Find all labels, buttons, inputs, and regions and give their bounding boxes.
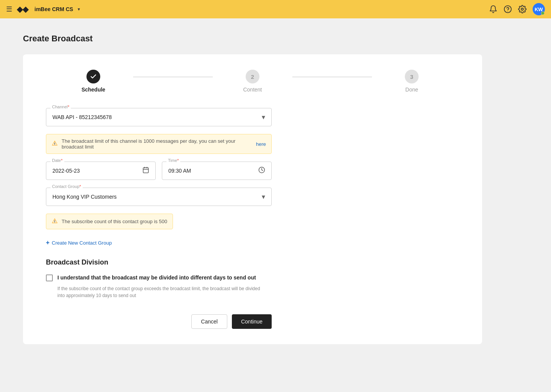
time-field-group: Time 09:30 AM bbox=[162, 162, 272, 180]
broadcast-division-section: Broadcast Division I understand that the… bbox=[46, 258, 272, 299]
plus-icon: + bbox=[46, 239, 49, 246]
logo: ◆◆ bbox=[17, 5, 28, 14]
step-3-label: Done bbox=[405, 87, 418, 93]
app-dropdown-icon[interactable]: ▾ bbox=[78, 7, 80, 12]
channel-warning-banner: The broadcast limit of this channel is 1… bbox=[46, 134, 272, 154]
contact-group-info-text: The subscribe count of this contact grou… bbox=[62, 219, 167, 224]
contact-group-value: Hong Kong VIP Customers bbox=[52, 194, 262, 200]
contact-group-field-group: Contact Group Hong Kong VIP Customers ▾ bbox=[46, 188, 272, 206]
contact-group-select-wrap[interactable]: Hong Kong VIP Customers ▾ bbox=[46, 188, 272, 206]
channel-label: Channel bbox=[51, 105, 71, 109]
svg-point-2 bbox=[521, 8, 523, 10]
create-new-label: Create New Contact Group bbox=[52, 240, 112, 246]
contact-group-info-banner: The subscribe count of this contact grou… bbox=[46, 214, 173, 229]
time-label: Time bbox=[166, 158, 180, 163]
contact-group-dropdown-arrow-icon: ▾ bbox=[262, 193, 265, 201]
svg-rect-11 bbox=[54, 222, 55, 222]
main-content: Create Broadcast Schedule 2 Content bbox=[0, 18, 551, 392]
cancel-button[interactable]: Cancel bbox=[191, 314, 227, 329]
logo-diamonds-icon: ◆◆ bbox=[17, 5, 28, 14]
channel-warning-link[interactable]: here bbox=[256, 141, 266, 147]
date-input-wrap[interactable]: 2022-05-23 bbox=[46, 162, 156, 180]
form-card: Schedule 2 Content 3 Done bbox=[23, 54, 482, 344]
broadcast-division-checkbox[interactable] bbox=[46, 274, 53, 281]
svg-rect-5 bbox=[143, 168, 148, 173]
broadcast-division-checkbox-label: I understand that the broadcast may be d… bbox=[57, 274, 256, 281]
channel-select-wrap[interactable]: WAB API - 85212345678 ▾ bbox=[46, 108, 272, 126]
settings-icon[interactable] bbox=[518, 5, 527, 13]
date-value: 2022-05-23 bbox=[52, 168, 142, 174]
broadcast-division-checkbox-row: I understand that the broadcast may be d… bbox=[46, 274, 272, 281]
step-2-circle: 2 bbox=[246, 70, 259, 83]
menu-icon[interactable]: ☰ bbox=[6, 5, 12, 13]
channel-field-group: Channel WAB API - 85212345678 ▾ bbox=[46, 108, 272, 126]
broadcast-division-checkbox-content: I understand that the broadcast may be d… bbox=[57, 274, 256, 281]
continue-button[interactable]: Continue bbox=[232, 314, 272, 329]
avatar-online-dot bbox=[541, 11, 544, 15]
svg-rect-4 bbox=[54, 144, 55, 145]
step-1-label: Schedule bbox=[82, 87, 105, 93]
step-line-1 bbox=[133, 77, 213, 77]
stepper: Schedule 2 Content 3 Done bbox=[46, 70, 459, 93]
broadcast-division-checkbox-desc: If the subscribe count of the contact gr… bbox=[57, 285, 264, 299]
avatar-initials: KW bbox=[535, 7, 543, 12]
step-done: 3 Done bbox=[372, 70, 452, 93]
contact-group-info-icon bbox=[52, 218, 58, 225]
date-time-row: Date 2022-05-23 bbox=[46, 162, 272, 180]
time-value: 09:30 AM bbox=[168, 168, 258, 174]
channel-warning-text: The broadcast limit of this channel is 1… bbox=[62, 138, 252, 150]
contact-group-label: Contact Group bbox=[51, 184, 83, 189]
avatar[interactable]: KW bbox=[533, 3, 545, 15]
help-icon[interactable] bbox=[504, 5, 512, 13]
step-1-circle bbox=[86, 70, 100, 83]
app-name: imBee CRM CS bbox=[34, 6, 73, 12]
channel-value: WAB API - 85212345678 bbox=[52, 114, 262, 120]
step-3-circle: 3 bbox=[405, 70, 419, 83]
channel-dropdown-arrow-icon: ▾ bbox=[262, 113, 265, 121]
top-navigation: ☰ ◆◆ imBee CRM CS ▾ KW bbox=[0, 0, 551, 18]
form-section: Channel WAB API - 85212345678 ▾ The broa… bbox=[46, 108, 272, 329]
create-new-contact-group-link[interactable]: + Create New Contact Group bbox=[46, 239, 272, 246]
clock-icon bbox=[258, 167, 265, 175]
svg-rect-10 bbox=[54, 220, 55, 222]
footer-actions: Cancel Continue bbox=[46, 314, 272, 329]
calendar-icon bbox=[142, 167, 149, 175]
step-schedule: Schedule bbox=[54, 70, 133, 93]
date-label: Date bbox=[51, 158, 64, 163]
page-title: Create Broadcast bbox=[23, 34, 528, 44]
svg-rect-3 bbox=[54, 143, 55, 144]
date-field-group: Date 2022-05-23 bbox=[46, 162, 156, 180]
step-2-label: Content bbox=[243, 87, 262, 93]
notification-icon[interactable] bbox=[489, 5, 497, 13]
step-line-2 bbox=[292, 77, 372, 77]
topnav-icons: KW bbox=[489, 3, 545, 15]
broadcast-division-title: Broadcast Division bbox=[46, 258, 272, 266]
time-input-wrap[interactable]: 09:30 AM bbox=[162, 162, 272, 180]
step-content: 2 Content bbox=[213, 70, 292, 93]
channel-warning-icon bbox=[52, 140, 58, 148]
